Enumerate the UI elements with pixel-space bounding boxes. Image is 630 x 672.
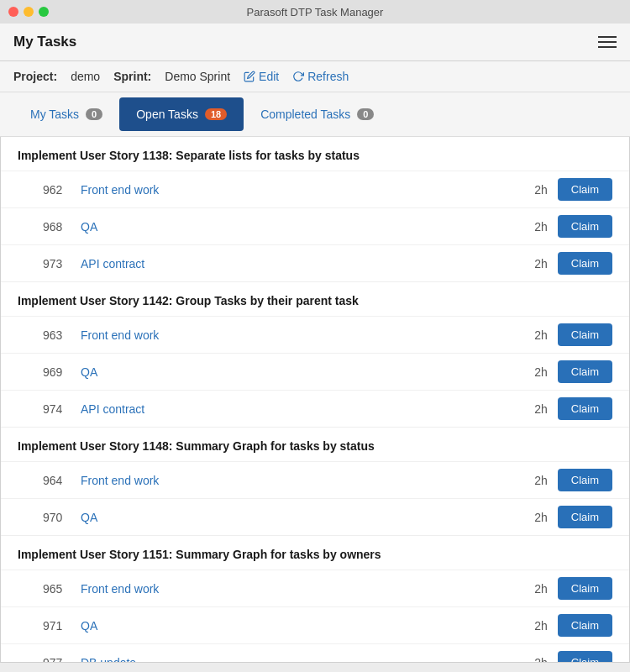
task-id: 977: [43, 656, 81, 664]
claim-button[interactable]: Claim: [558, 651, 612, 663]
task-id: 969: [43, 365, 81, 379]
task-hours: 2h: [518, 511, 548, 524]
minimize-button[interactable]: [24, 7, 34, 17]
user-story-title-1148: Implement User Story 1148: Summary Graph…: [1, 428, 629, 461]
task-name[interactable]: API contract: [81, 257, 518, 270]
table-row: 971 QA 2h Claim: [1, 606, 629, 643]
task-hours: 2h: [518, 328, 548, 342]
table-row: 974 API contract 2h Claim: [1, 390, 629, 427]
claim-button[interactable]: Claim: [558, 323, 612, 346]
title-bar: Parasoft DTP Task Manager: [0, 0, 630, 24]
task-name[interactable]: Front end work: [81, 183, 518, 197]
project-label: Project:: [13, 70, 57, 83]
task-hours: 2h: [518, 257, 548, 270]
claim-button[interactable]: Claim: [558, 506, 612, 528]
tab-my-tasks[interactable]: My Tasks 0: [13, 97, 119, 131]
tab-completed-tasks[interactable]: Completed Tasks 0: [244, 97, 391, 131]
task-hours: 2h: [518, 474, 548, 487]
task-hours: 2h: [518, 619, 548, 633]
refresh-label: Refresh: [307, 70, 349, 83]
window-title: Parasoft DTP Task Manager: [247, 6, 384, 18]
claim-button[interactable]: Claim: [558, 215, 612, 238]
table-row: 968 QA 2h Claim: [1, 207, 629, 244]
task-name[interactable]: QA: [81, 511, 518, 524]
task-id: 963: [43, 328, 81, 342]
task-id: 968: [43, 220, 81, 234]
task-id: 962: [43, 183, 81, 197]
tab-bar: My Tasks 0 Open Tasks 18 Completed Tasks…: [0, 92, 630, 137]
task-hours: 2h: [518, 582, 548, 596]
tab-my-tasks-badge: 0: [86, 108, 102, 120]
claim-button[interactable]: Claim: [558, 252, 612, 275]
table-row: 970 QA 2h Claim: [1, 498, 629, 535]
user-story-group-1138: Implement User Story 1138: Separate list…: [1, 137, 629, 282]
window-controls[interactable]: [8, 7, 49, 17]
project-value: demo: [71, 70, 100, 83]
user-story-group-1148: Implement User Story 1148: Summary Graph…: [1, 428, 629, 536]
content-area: Implement User Story 1138: Separate list…: [0, 137, 630, 663]
task-id: 965: [43, 582, 81, 596]
tab-open-tasks[interactable]: Open Tasks 18: [119, 97, 244, 131]
claim-button[interactable]: Claim: [558, 397, 612, 420]
edit-button[interactable]: Edit: [244, 70, 279, 83]
task-id: 974: [43, 402, 81, 416]
edit-label: Edit: [259, 70, 279, 83]
table-row: 964 Front end work 2h Claim: [1, 461, 629, 498]
user-story-group-1151: Implement User Story 1151: Summary Graph…: [1, 536, 629, 663]
task-id: 973: [43, 257, 81, 270]
task-hours: 2h: [518, 402, 548, 416]
tab-open-tasks-label: Open Tasks: [136, 108, 198, 121]
refresh-button[interactable]: Refresh: [292, 70, 349, 83]
table-row: 973 API contract 2h Claim: [1, 244, 629, 281]
maximize-button[interactable]: [39, 7, 49, 17]
close-button[interactable]: [8, 7, 18, 17]
user-story-group-1142: Implement User Story 1142: Group Tasks b…: [1, 282, 629, 428]
project-info-bar: Project: demo Sprint: Demo Sprint Edit R…: [0, 61, 630, 92]
claim-button[interactable]: Claim: [558, 469, 612, 491]
task-id: 964: [43, 474, 81, 487]
task-name[interactable]: QA: [81, 619, 518, 633]
claim-button[interactable]: Claim: [558, 614, 612, 637]
table-row: 965 Front end work 2h Claim: [1, 570, 629, 606]
claim-button[interactable]: Claim: [558, 577, 612, 600]
task-id: 971: [43, 619, 81, 633]
table-row: 969 QA 2h Claim: [1, 353, 629, 390]
task-name[interactable]: QA: [81, 365, 518, 379]
tab-completed-tasks-label: Completed Tasks: [260, 108, 350, 121]
edit-icon: [244, 71, 255, 82]
tab-completed-tasks-badge: 0: [357, 108, 374, 120]
task-name[interactable]: API contract: [81, 402, 518, 416]
app-header: My Tasks: [0, 24, 630, 61]
table-row: 962 Front end work 2h Claim: [1, 171, 629, 207]
task-name[interactable]: Front end work: [81, 582, 518, 596]
task-hours: 2h: [518, 656, 548, 664]
task-name[interactable]: DB update: [81, 656, 518, 664]
tab-open-tasks-badge: 18: [205, 108, 227, 120]
user-story-title-1151: Implement User Story 1151: Summary Graph…: [1, 536, 629, 570]
task-hours: 2h: [518, 183, 548, 197]
table-row: 963 Front end work 2h Claim: [1, 316, 629, 353]
task-id: 970: [43, 511, 81, 524]
claim-button[interactable]: Claim: [558, 178, 612, 201]
menu-icon[interactable]: [598, 36, 617, 48]
task-hours: 2h: [518, 220, 548, 234]
app-title: My Tasks: [13, 34, 76, 50]
claim-button[interactable]: Claim: [558, 360, 612, 383]
task-hours: 2h: [518, 365, 548, 379]
sprint-label: Sprint:: [113, 70, 151, 83]
task-name[interactable]: QA: [81, 220, 518, 234]
task-name[interactable]: Front end work: [81, 328, 518, 342]
refresh-icon: [292, 71, 304, 82]
tab-my-tasks-label: My Tasks: [30, 108, 79, 121]
user-story-title-1142: Implement User Story 1142: Group Tasks b…: [1, 282, 629, 316]
table-row: 977 DB update 2h Claim: [1, 643, 629, 663]
task-name[interactable]: Front end work: [81, 474, 518, 487]
user-story-title-1138: Implement User Story 1138: Separate list…: [1, 137, 629, 171]
sprint-value: Demo Sprint: [165, 70, 230, 83]
